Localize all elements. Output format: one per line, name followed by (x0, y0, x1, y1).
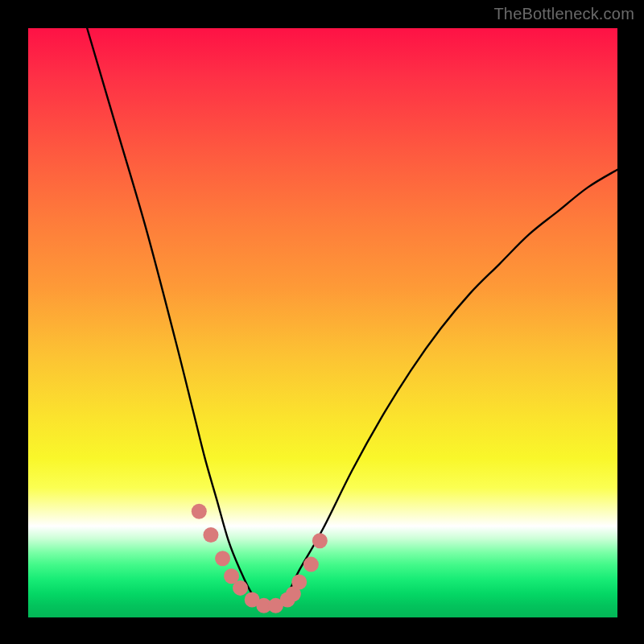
svg-point-2 (215, 551, 230, 566)
chart-frame: TheBottleneck.com (0, 0, 644, 644)
svg-point-11 (303, 557, 319, 572)
svg-point-10 (291, 575, 307, 590)
svg-point-0 (192, 504, 207, 519)
highlight-dots (192, 504, 328, 613)
svg-point-1 (203, 527, 218, 543)
watermark-text: TheBottleneck.com (493, 5, 634, 23)
svg-point-12 (312, 533, 328, 548)
bottleneck-curve (87, 28, 617, 607)
svg-point-4 (233, 580, 248, 596)
curve-layer (28, 28, 617, 617)
plot-area (28, 28, 617, 617)
